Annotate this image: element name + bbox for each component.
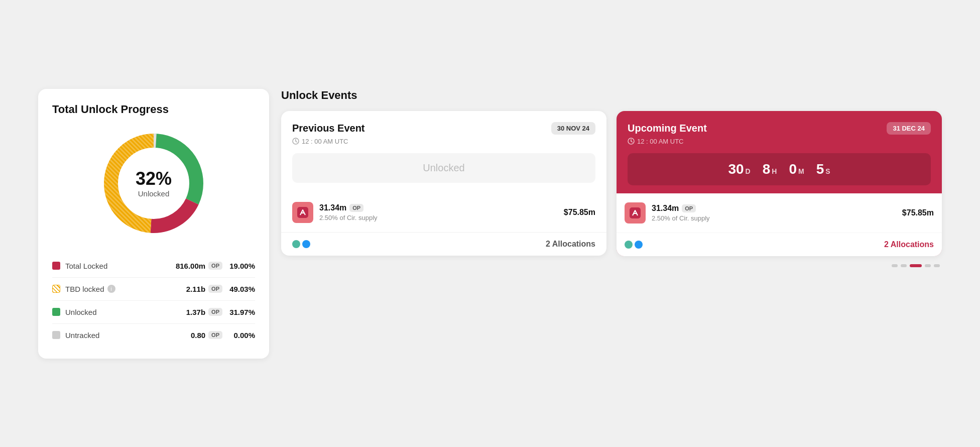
clock-icon bbox=[292, 138, 299, 145]
donut-center: 32% Unlocked bbox=[136, 168, 172, 198]
legend-name-tbd-locked: TBD locked i bbox=[65, 285, 186, 293]
legend-name-untracked: Untracked bbox=[65, 331, 191, 340]
previous-event-header: Previous Event 30 NOV 24 bbox=[292, 122, 595, 135]
upcoming-event-header: Upcoming Event 31 DEC 24 bbox=[628, 122, 931, 135]
alloc-dot-1 bbox=[292, 240, 300, 248]
legend-pct-unlocked: 31.97% bbox=[227, 308, 255, 316]
upcoming-alloc-dot-2 bbox=[635, 241, 643, 249]
legend-value-total-locked: 816.00m bbox=[176, 262, 205, 270]
countdown-days: 30 D bbox=[728, 161, 750, 177]
previous-event-card: Previous Event 30 NOV 24 12 : 00 AM UTC … bbox=[281, 111, 606, 256]
legend-value-unlocked: 1.37b bbox=[186, 308, 205, 316]
op-badge-unlocked: OP bbox=[208, 308, 222, 316]
previous-token-usd: $75.85m bbox=[564, 208, 595, 217]
previous-token-supply: 2.50% of Cir. supply bbox=[319, 214, 378, 221]
unlocked-status-button: Unlocked bbox=[292, 153, 595, 183]
upcoming-token-svg bbox=[630, 207, 641, 218]
page-dot-5[interactable] bbox=[934, 264, 940, 267]
upcoming-event-date: 31 DEC 24 bbox=[887, 122, 931, 135]
legend-name-unlocked: Unlocked bbox=[65, 308, 186, 316]
page-dot-4[interactable] bbox=[925, 264, 931, 267]
previous-event-time: 12 : 00 AM UTC bbox=[292, 138, 595, 145]
upcoming-op-badge: OP bbox=[682, 204, 696, 212]
page-dot-2[interactable] bbox=[901, 264, 907, 267]
legend-name-total-locked: Total Locked bbox=[65, 262, 176, 270]
upcoming-event-card: Upcoming Event 31 DEC 24 12 : 00 AM UTC … bbox=[617, 111, 942, 256]
countdown-minutes: 0 M bbox=[789, 161, 804, 177]
previous-op-badge: OP bbox=[349, 204, 363, 212]
legend-row-unlocked: Unlocked 1.37b OP 31.97% bbox=[52, 301, 255, 324]
previous-event-title: Previous Event bbox=[292, 123, 365, 134]
legend-dot-total-locked bbox=[52, 262, 60, 270]
upcoming-allocation-bar[interactable]: 2 Allocations bbox=[617, 233, 942, 256]
page-dot-3-active[interactable] bbox=[910, 264, 922, 267]
previous-allocation-bar[interactable]: 2 Allocations bbox=[281, 232, 606, 256]
previous-alloc-label: 2 Allocations bbox=[546, 240, 595, 249]
legend: Total Locked 816.00m OP 19.00% TBD locke… bbox=[52, 255, 255, 347]
legend-row-untracked: Untracked 0.80 OP 0.00% bbox=[52, 324, 255, 347]
left-card: Total Unlock Progress bbox=[38, 89, 269, 359]
legend-pct-tbd-locked: 49.03% bbox=[227, 285, 255, 293]
upcoming-token-amount-row: 31.34m OP bbox=[652, 204, 710, 213]
previous-token-info: 31.34m OP 2.50% of Cir. supply bbox=[319, 203, 378, 221]
upcoming-token-row: 31.34m OP 2.50% of Cir. supply $75.85m bbox=[625, 193, 934, 233]
svg-line-13 bbox=[631, 141, 633, 142]
upcoming-alloc-label: 2 Allocations bbox=[884, 240, 934, 249]
legend-row-total-locked: Total Locked 816.00m OP 19.00% bbox=[52, 255, 255, 278]
op-badge-tbd: OP bbox=[208, 285, 222, 293]
legend-dot-unlocked bbox=[52, 308, 60, 316]
upcoming-token-amount: 31.34m bbox=[652, 204, 679, 213]
upcoming-token-icon bbox=[625, 202, 646, 224]
countdown-seconds: 5 S bbox=[816, 161, 830, 177]
countdown-timer: 30 D 8 H 0 M 5 S bbox=[628, 153, 931, 185]
left-card-title: Total Unlock Progress bbox=[52, 103, 255, 116]
previous-token-amount: 31.34m bbox=[319, 203, 346, 212]
svg-line-9 bbox=[296, 141, 297, 142]
donut-percent: 32% bbox=[136, 168, 172, 189]
previous-token-row: 31.34m OP 2.50% of Cir. supply $75.85m bbox=[292, 193, 595, 232]
right-section: Unlock Events Previous Event 30 NOV 24 1… bbox=[281, 89, 942, 267]
countdown-hours: 8 H bbox=[763, 161, 777, 177]
events-title: Unlock Events bbox=[281, 89, 942, 102]
upcoming-clock-icon bbox=[628, 138, 635, 145]
previous-token-amount-row: 31.34m OP bbox=[319, 203, 378, 212]
token-svg bbox=[297, 207, 308, 218]
events-row: Previous Event 30 NOV 24 12 : 00 AM UTC … bbox=[281, 111, 942, 256]
main-container: Total Unlock Progress bbox=[38, 89, 942, 359]
info-icon-tbd[interactable]: i bbox=[107, 285, 115, 293]
donut-label: Unlocked bbox=[138, 189, 170, 198]
page-dot-1[interactable] bbox=[892, 264, 898, 267]
donut-container: 32% Unlocked bbox=[52, 128, 255, 239]
legend-pct-untracked: 0.00% bbox=[227, 331, 255, 340]
legend-row-tbd-locked: TBD locked i 2.11b OP 49.03% bbox=[52, 278, 255, 301]
upcoming-token-usd: $75.85m bbox=[902, 208, 934, 217]
upcoming-token-info: 31.34m OP 2.50% of Cir. supply bbox=[652, 204, 710, 222]
donut-chart: 32% Unlocked bbox=[98, 128, 209, 239]
legend-value-tbd-locked: 2.11b bbox=[186, 285, 205, 293]
previous-alloc-dots bbox=[292, 240, 310, 248]
legend-dot-untracked bbox=[52, 331, 60, 339]
legend-pct-total-locked: 19.00% bbox=[227, 262, 255, 270]
previous-event-date: 30 NOV 24 bbox=[551, 122, 595, 135]
alloc-dot-2 bbox=[302, 240, 310, 248]
op-badge-untracked: OP bbox=[208, 331, 222, 339]
legend-value-untracked: 0.80 bbox=[191, 331, 205, 340]
upcoming-alloc-dots bbox=[625, 241, 643, 249]
upcoming-event-time: 12 : 00 AM UTC bbox=[628, 138, 931, 145]
op-badge-total-locked: OP bbox=[208, 262, 222, 270]
previous-token-icon bbox=[292, 202, 313, 223]
upcoming-event-title: Upcoming Event bbox=[628, 123, 707, 134]
pagination bbox=[281, 264, 942, 267]
legend-dot-tbd-locked bbox=[52, 285, 60, 293]
upcoming-token-supply: 2.50% of Cir. supply bbox=[652, 214, 710, 222]
upcoming-alloc-dot-1 bbox=[625, 241, 633, 249]
